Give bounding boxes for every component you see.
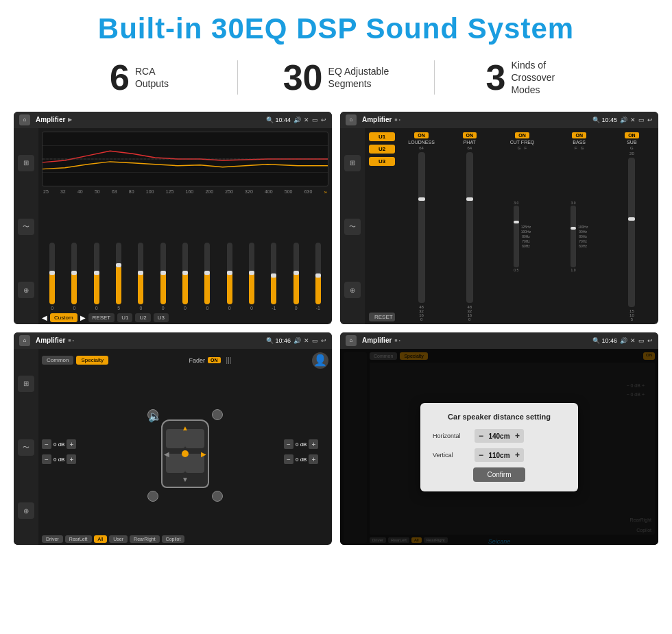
amp-status-bar: ⌂ Amplifier ■ • 🔍 10:45 🔊✕▭↩ <box>340 112 658 128</box>
distance-dialog: Car speaker distance setting Horizontal … <box>420 403 578 491</box>
speaker-status-icons: 🔊✕▭↩ <box>293 337 326 344</box>
eq-screen: ⌂ Amplifier ▶ 🔍 10:44 🔊✕▭↩ ⊞ 〜 ⊕ <box>14 112 332 324</box>
amp-reset-btn[interactable]: RESET <box>369 313 395 321</box>
amp-sidebar-btn-bal[interactable]: ⊕ <box>344 282 361 298</box>
eq-slider-13[interactable] <box>315 243 321 304</box>
stat-rca-number: 6 <box>110 60 130 95</box>
sp-sidebar-btn-eq[interactable]: ⊞ <box>18 376 34 392</box>
stat-crossover: 3 Kinds ofCrossover Modes <box>435 59 631 97</box>
eq-next-btn[interactable]: ▶ <box>80 314 86 321</box>
dialog-home-icon[interactable]: ⌂ <box>346 335 357 346</box>
up-arrow: ▲ <box>182 424 189 432</box>
rr-speaker-icon <box>212 491 223 502</box>
eq-reset-btn[interactable]: RESET <box>88 313 115 322</box>
home-icon[interactable]: ⌂ <box>19 114 30 125</box>
page-title: Built-in 30EQ DSP Sound System <box>7 12 665 45</box>
amp-sub-toggle[interactable]: ON <box>625 132 639 138</box>
eq-slider-11[interactable] <box>271 243 276 304</box>
amp-u2-btn[interactable]: U2 <box>369 145 395 154</box>
sp-sidebar-btn-bal[interactable]: ⊕ <box>18 502 34 519</box>
eq-slider-12[interactable] <box>293 243 299 304</box>
driver-btn[interactable]: Driver <box>42 535 63 543</box>
all-btn[interactable]: All <box>94 535 108 543</box>
eq-custom-btn[interactable]: Custom <box>50 313 77 322</box>
eq-content: ⊞ 〜 ⊕ <box>14 128 332 324</box>
eq-slider-9[interactable] <box>227 243 232 304</box>
fr-db-control: − 0 dB + <box>284 439 328 449</box>
stat-eq-number: 30 <box>283 60 323 95</box>
eq-u2-btn[interactable]: U2 <box>135 313 150 322</box>
fader-on-badge: ON <box>208 357 221 363</box>
speaker-status-bar: ⌂ Amplifier ■ • 🔍 10:46 🔊✕▭↩ <box>14 332 332 349</box>
speaker-content: ⊞ 〜 ⊕ Common Specialty Fader ON ||| 👤 <box>14 349 332 545</box>
vertical-plus-btn[interactable]: + <box>515 450 520 460</box>
speaker-bottom-buttons: Driver RearLeft All User RearRight Copil… <box>42 535 328 543</box>
amp-sidebar-btn-wave[interactable]: 〜 <box>344 219 361 235</box>
sp-sidebar-btn-wave[interactable]: 〜 <box>18 439 34 456</box>
eq-graph <box>42 132 328 186</box>
rl-db-control: − 0 dB + <box>42 454 86 464</box>
right-arrow: ▶ <box>201 450 206 457</box>
rr-plus-btn[interactable]: + <box>309 454 318 464</box>
eq-sidebar-btn-wave[interactable]: 〜 <box>18 219 34 235</box>
horizontal-plus-btn[interactable]: + <box>515 431 520 441</box>
dialog-content: Common Specialty ON Driver RearLeft All … <box>340 349 658 545</box>
fr-speaker-icon <box>212 409 223 420</box>
fl-speaker-icon: 🔈 <box>147 409 158 420</box>
fr-minus-btn[interactable]: − <box>284 439 293 449</box>
stat-crossover-number: 3 <box>486 60 506 95</box>
eq-sliders: 0 0 0 5 0 0 0 0 0 0 -1 0 -1 <box>42 198 328 310</box>
eq-slider-2[interactable] <box>71 243 77 304</box>
amp-sidebar-btn-eq[interactable]: ⊞ <box>344 155 361 171</box>
copilot-btn[interactable]: Copilot <box>162 535 185 543</box>
fader-label: Fader <box>189 357 206 364</box>
eq-prev-btn[interactable]: ◀ <box>42 314 47 321</box>
amp-loudness-label: LOUDNESS <box>408 140 435 145</box>
stat-rca: 6 RCAOutputs <box>41 60 237 95</box>
rl-minus-btn[interactable]: − <box>42 454 51 464</box>
common-tab[interactable]: Common <box>42 356 73 365</box>
eq-slider-7[interactable] <box>182 243 188 304</box>
eq-slider-5[interactable] <box>138 243 143 304</box>
rl-plus-btn[interactable]: + <box>67 454 76 464</box>
specialty-tab[interactable]: Specialty <box>76 356 108 365</box>
amp-time: 🔍 10:45 <box>592 117 617 123</box>
fl-plus-btn[interactable]: + <box>67 439 76 449</box>
eq-slider-8[interactable] <box>204 243 210 304</box>
amp-sidebar: ⊞ 〜 ⊕ <box>340 128 365 324</box>
dialog-time: 🔍 10:46 <box>592 337 617 344</box>
eq-slider-6[interactable] <box>160 243 166 304</box>
rr-minus-btn[interactable]: − <box>284 454 293 464</box>
fl-minus-btn[interactable]: − <box>42 439 51 449</box>
eq-slider-3[interactable] <box>94 243 99 304</box>
horizontal-minus-btn[interactable]: − <box>479 431 483 441</box>
vertical-minus-btn[interactable]: − <box>479 450 483 460</box>
eq-slider-10[interactable] <box>249 243 254 304</box>
horizontal-value: 140cm <box>486 432 512 440</box>
amp-cutfreq-toggle[interactable]: ON <box>515 132 529 138</box>
eq-sidebar-btn-bal[interactable]: ⊕ <box>18 282 34 298</box>
amp-u3-btn[interactable]: U3 <box>369 157 395 166</box>
amp-bass-toggle[interactable]: ON <box>572 132 586 138</box>
amp-u1-btn[interactable]: U1 <box>369 132 395 141</box>
amp-home-icon[interactable]: ⌂ <box>346 114 357 125</box>
eq-sidebar-btn-eq[interactable]: ⊞ <box>18 155 34 171</box>
confirm-button[interactable]: Confirm <box>473 467 525 482</box>
speaker-home-icon[interactable]: ⌂ <box>19 335 30 346</box>
amp-loudness-toggle[interactable]: ON <box>414 132 429 138</box>
eq-u3-btn[interactable]: U3 <box>154 313 169 322</box>
amp-phat-toggle[interactable]: ON <box>463 132 477 138</box>
fr-plus-btn[interactable]: + <box>309 439 318 449</box>
speaker-app-title: Amplifier <box>36 337 65 344</box>
fl-db-control: − 0 dB + <box>42 439 86 449</box>
stat-eq: 30 EQ AdjustableSegments <box>238 60 434 95</box>
rearleft-btn[interactable]: RearLeft <box>65 535 92 543</box>
dialog-app-title: Amplifier <box>362 337 392 344</box>
dialog-vertical-row: Vertical − 110cm + <box>433 448 566 462</box>
rr-db-val: 0 dB <box>296 456 307 463</box>
eq-slider-1[interactable] <box>49 243 55 304</box>
user-btn[interactable]: User <box>109 535 128 543</box>
rearright-btn[interactable]: RearRight <box>130 535 160 543</box>
eq-u1-btn[interactable]: U1 <box>117 313 132 322</box>
eq-slider-4[interactable] <box>116 243 121 304</box>
